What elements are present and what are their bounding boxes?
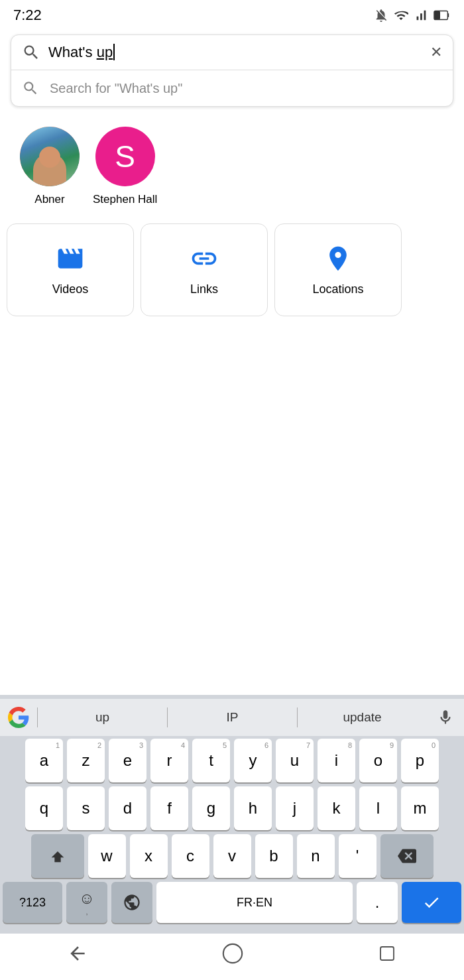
key-c[interactable]: c: [172, 834, 209, 878]
key-k[interactable]: k: [318, 786, 355, 830]
svg-point-3: [223, 944, 242, 963]
key-l[interactable]: l: [359, 786, 397, 830]
key-v[interactable]: v: [213, 834, 251, 878]
search-suggestion-row[interactable]: Search for "What's up": [11, 70, 453, 106]
status-icons: [374, 8, 451, 23]
nav-back-icon[interactable]: [67, 943, 88, 964]
key-d[interactable]: d: [109, 786, 146, 830]
key-j[interactable]: j: [276, 786, 314, 830]
key-m[interactable]: m: [401, 786, 439, 830]
svg-rect-1: [435, 11, 439, 19]
key-row-1: 1a 2z 3e 4r 5t 6y 7u 8i 9o 0p: [3, 739, 461, 782]
key-a[interactable]: 1a: [25, 739, 63, 782]
key-p[interactable]: 0p: [401, 739, 439, 782]
svg-rect-4: [380, 947, 394, 960]
key-i[interactable]: 8i: [318, 739, 355, 782]
key-e[interactable]: 3e: [109, 739, 146, 782]
checkmark-icon: [422, 893, 441, 912]
locations-label: Locations: [312, 282, 363, 296]
nav-bar: [0, 934, 464, 980]
google-g-icon: [8, 707, 29, 728]
key-r[interactable]: 4r: [150, 739, 188, 782]
key-num-sym[interactable]: ?123: [3, 882, 62, 923]
key-w[interactable]: w: [88, 834, 126, 878]
key-globe[interactable]: [111, 882, 152, 923]
key-z[interactable]: 2z: [67, 739, 105, 782]
key-enter[interactable]: [402, 882, 461, 923]
key-b[interactable]: b: [255, 834, 293, 878]
key-shift[interactable]: [31, 834, 84, 878]
key-s[interactable]: s: [67, 786, 105, 830]
keyboard: up IP update 1a 2z 3e 4r 5t 6y 7u 8i 9o …: [0, 695, 464, 934]
people-section: Abner S Stephen Hall: [0, 107, 464, 217]
search-input-row[interactable]: What's up ✕: [11, 35, 453, 70]
search-input[interactable]: What's up: [48, 44, 422, 61]
person-stephen-avatar: S: [95, 127, 155, 186]
person-stephen-initial: S: [115, 139, 135, 174]
locations-icon: [323, 244, 353, 273]
links-label: Links: [190, 282, 218, 296]
key-o[interactable]: 9o: [359, 739, 397, 782]
videos-icon: [56, 244, 85, 273]
key-t[interactable]: 5t: [192, 739, 230, 782]
battery-icon: [434, 8, 451, 23]
key-backspace[interactable]: [380, 834, 434, 878]
signal-icon: [414, 8, 428, 23]
shift-icon: [48, 847, 67, 865]
mic-icon[interactable]: [427, 709, 464, 726]
globe-icon: [123, 893, 141, 912]
videos-label: Videos: [52, 282, 89, 296]
key-g[interactable]: g: [192, 786, 230, 830]
key-h[interactable]: h: [234, 786, 272, 830]
wifi-icon: [394, 8, 408, 23]
search-suggestion-text: Search for "What's up": [50, 81, 182, 96]
links-icon: [190, 244, 219, 273]
key-space[interactable]: FR·EN: [156, 882, 353, 923]
key-x[interactable]: x: [130, 834, 168, 878]
person-stephen-name: Stephen Hall: [93, 193, 157, 206]
key-q[interactable]: q: [25, 786, 63, 830]
key-u[interactable]: 7u: [276, 739, 314, 782]
suggestion-up[interactable]: up: [38, 707, 167, 727]
key-y[interactable]: 6y: [234, 739, 272, 782]
suggestion-ip[interactable]: IP: [168, 707, 297, 727]
key-row-3: w x c v b n ': [3, 834, 461, 878]
person-stephen-hall[interactable]: S Stephen Hall: [93, 127, 157, 206]
key-n[interactable]: n: [297, 834, 335, 878]
status-time: 7:22: [13, 7, 42, 24]
search-icon: [22, 43, 40, 62]
emoji-icon: ☺: [79, 889, 95, 908]
categories-section: Videos Links Locations: [0, 217, 464, 323]
key-period[interactable]: .: [357, 882, 398, 923]
key-f[interactable]: f: [150, 786, 188, 830]
search-suggestion-icon: [22, 80, 39, 97]
category-links[interactable]: Links: [141, 223, 268, 316]
search-area: What's up ✕ Search for "What's up": [11, 34, 453, 107]
backspace-icon: [398, 847, 416, 865]
nav-home-icon[interactable]: [221, 942, 244, 965]
clear-button[interactable]: ✕: [430, 44, 442, 61]
status-bar: 7:22: [0, 0, 464, 28]
suggestion-update[interactable]: update: [298, 707, 427, 727]
category-videos[interactable]: Videos: [7, 223, 134, 316]
key-row-2: q s d f g h j k l m: [3, 786, 461, 830]
person-abner-avatar: [20, 127, 80, 186]
person-abner[interactable]: Abner: [20, 127, 80, 206]
key-apostrophe[interactable]: ': [339, 834, 377, 878]
bell-muted-icon: [374, 8, 388, 23]
category-locations[interactable]: Locations: [274, 223, 402, 316]
word-suggestions-bar: up IP update: [0, 699, 464, 736]
key-row-4: ?123 ☺ , FR·EN .: [3, 882, 461, 923]
nav-recents-icon[interactable]: [377, 944, 397, 963]
person-abner-name: Abner: [34, 193, 64, 206]
google-logo: [0, 707, 37, 728]
key-rows: 1a 2z 3e 4r 5t 6y 7u 8i 9o 0p q s d f g …: [0, 736, 464, 930]
language-label: FR·EN: [237, 896, 272, 908]
key-emoji[interactable]: ☺ ,: [66, 882, 107, 923]
